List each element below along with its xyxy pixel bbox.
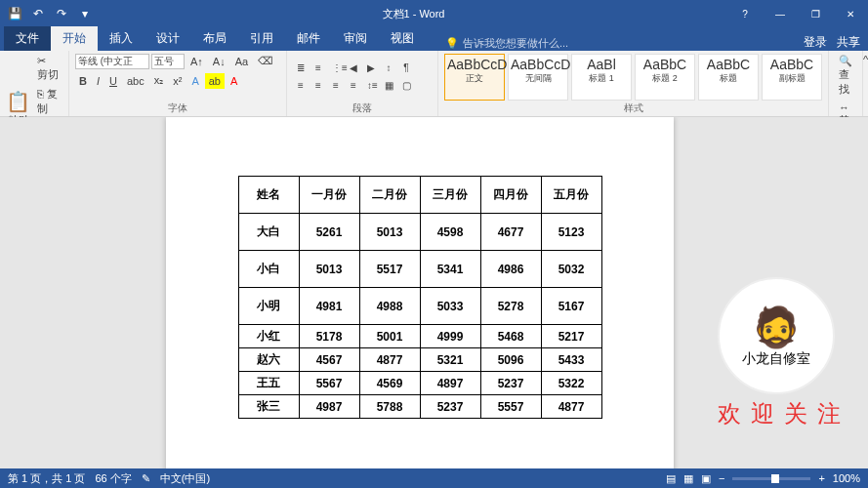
table-cell[interactable]: 5001 <box>359 325 420 348</box>
font-size-select[interactable]: 五号 <box>151 54 185 69</box>
font-color-button[interactable]: A <box>227 73 241 89</box>
table-cell[interactable]: 4988 <box>359 288 420 325</box>
decrease-indent-button[interactable]: ◀ <box>346 61 361 76</box>
table-cell[interactable]: 5278 <box>480 288 541 325</box>
tab-design[interactable]: 设计 <box>145 26 191 51</box>
table-cell[interactable]: 5123 <box>541 214 601 251</box>
proofing-icon[interactable]: ✎ <box>142 472 150 485</box>
table-row[interactable]: 小明49814988503352785167 <box>238 288 601 325</box>
table-cell[interactable]: 4877 <box>541 395 601 419</box>
sort-button[interactable]: ↕ <box>381 61 396 76</box>
table-cell[interactable]: 5178 <box>299 325 359 348</box>
table-cell[interactable]: 5033 <box>420 288 480 325</box>
table-cell[interactable]: 4567 <box>299 348 359 372</box>
table-cell[interactable]: 4569 <box>359 372 420 395</box>
grow-font-button[interactable]: A↑ <box>186 54 207 69</box>
tab-layout[interactable]: 布局 <box>191 26 238 51</box>
table-cell[interactable]: 5341 <box>420 251 480 288</box>
highlight-button[interactable]: ab <box>205 73 225 89</box>
table-cell[interactable]: 王五 <box>238 372 299 395</box>
table-cell[interactable]: 5567 <box>299 372 359 395</box>
table-cell[interactable]: 5433 <box>541 348 601 372</box>
tab-review[interactable]: 审阅 <box>332 26 379 51</box>
collapse-ribbon-button[interactable]: ^ <box>863 51 868 116</box>
underline-button[interactable]: U <box>105 73 121 89</box>
table-cell[interactable]: 4677 <box>480 214 541 251</box>
table-cell[interactable]: 4986 <box>480 251 541 288</box>
cut-button[interactable]: ✂ 剪切 <box>33 53 62 84</box>
numbering-button[interactable]: ≡ <box>310 61 326 76</box>
table-cell[interactable]: 张三 <box>238 395 299 419</box>
table-cell[interactable]: 5788 <box>359 395 420 419</box>
table-cell[interactable]: 5322 <box>541 372 601 395</box>
table-row[interactable]: 张三49875788523755574877 <box>238 395 601 419</box>
table-cell[interactable]: 4897 <box>420 372 480 395</box>
table-cell[interactable]: 小明 <box>238 288 299 325</box>
table-cell[interactable]: 小红 <box>238 325 299 348</box>
table-row[interactable]: 大白52615013459846775123 <box>238 214 601 251</box>
table-cell[interactable]: 赵六 <box>238 348 299 372</box>
maximize-button[interactable]: ❐ <box>798 0 833 27</box>
tab-view[interactable]: 视图 <box>379 26 426 51</box>
tab-insert[interactable]: 插入 <box>98 26 145 51</box>
tab-references[interactable]: 引用 <box>238 26 285 51</box>
zoom-level[interactable]: 100% <box>833 472 860 484</box>
word-count[interactable]: 66 个字 <box>95 471 131 486</box>
table-row[interactable]: 赵六45674877532150965433 <box>238 348 601 372</box>
undo-button[interactable]: ↶ <box>27 3 49 24</box>
tab-file[interactable]: 文件 <box>4 26 51 51</box>
language-indicator[interactable]: 中文(中国) <box>160 471 210 486</box>
tab-mailings[interactable]: 邮件 <box>285 26 332 51</box>
style-标题[interactable]: AaBbC标题 <box>698 54 759 101</box>
table-cell[interactable]: 5217 <box>541 325 601 348</box>
bold-button[interactable]: B <box>75 73 91 89</box>
minimize-button[interactable]: — <box>763 0 798 27</box>
superscript-button[interactable]: x² <box>169 73 186 89</box>
text-effects-button[interactable]: A <box>187 73 202 89</box>
print-layout-button[interactable]: ▦ <box>683 472 693 485</box>
table-cell[interactable]: 5167 <box>541 288 601 325</box>
style-标题 1[interactable]: AaBl标题 1 <box>571 54 632 101</box>
zoom-slider[interactable] <box>732 477 810 480</box>
table-cell[interactable]: 5261 <box>299 214 359 251</box>
table-cell[interactable]: 5557 <box>480 395 541 419</box>
align-right-button[interactable]: ≡ <box>328 78 344 94</box>
clear-format-button[interactable]: ⌫ <box>254 53 277 69</box>
strikethrough-button[interactable]: abc <box>123 73 148 89</box>
read-mode-button[interactable]: ▤ <box>666 472 676 485</box>
shrink-font-button[interactable]: A↓ <box>209 54 229 69</box>
zoom-out-button[interactable]: − <box>719 472 724 484</box>
help-button[interactable]: ? <box>727 0 763 27</box>
table-cell[interactable]: 5013 <box>299 251 359 288</box>
align-left-button[interactable]: ≡ <box>293 78 309 94</box>
close-button[interactable]: ✕ <box>833 0 868 27</box>
style-副标题[interactable]: AaBbC副标题 <box>762 54 822 101</box>
qat-more-button[interactable]: ▾ <box>74 3 96 24</box>
table-header[interactable]: 四月份 <box>480 177 541 214</box>
style-标题 2[interactable]: AaBbC标题 2 <box>635 54 695 101</box>
table-cell[interactable]: 5321 <box>420 348 480 372</box>
table-cell[interactable]: 4598 <box>420 214 480 251</box>
table-cell[interactable]: 4999 <box>420 325 480 348</box>
table-cell[interactable]: 4877 <box>359 348 420 372</box>
table-cell[interactable]: 小白 <box>238 251 299 288</box>
data-table[interactable]: 姓名一月份二月份三月份四月份五月份 大白52615013459846775123… <box>238 176 602 419</box>
borders-button[interactable]: ▢ <box>398 78 414 94</box>
share-button[interactable]: 共享 <box>837 34 860 51</box>
save-button[interactable]: 💾 <box>4 3 25 24</box>
table-cell[interactable]: 5013 <box>359 214 420 251</box>
find-button[interactable]: 🔍 查找 <box>835 53 856 99</box>
style-正文[interactable]: AaBbCcDc正文 <box>444 54 505 101</box>
table-header[interactable]: 一月份 <box>299 177 359 214</box>
bullets-button[interactable]: ≣ <box>293 61 309 76</box>
style-无间隔[interactable]: AaBbCcDc无间隔 <box>508 54 568 101</box>
align-center-button[interactable]: ≡ <box>310 78 326 94</box>
table-row[interactable]: 小红51785001499954685217 <box>238 325 601 348</box>
table-cell[interactable]: 5237 <box>420 395 480 419</box>
subscript-button[interactable]: x₂ <box>150 72 168 89</box>
show-marks-button[interactable]: ¶ <box>398 61 414 76</box>
table-header[interactable]: 姓名 <box>238 177 299 214</box>
table-cell[interactable]: 大白 <box>238 214 299 251</box>
change-case-button[interactable]: Aa <box>231 54 252 69</box>
table-cell[interactable]: 5517 <box>359 251 420 288</box>
